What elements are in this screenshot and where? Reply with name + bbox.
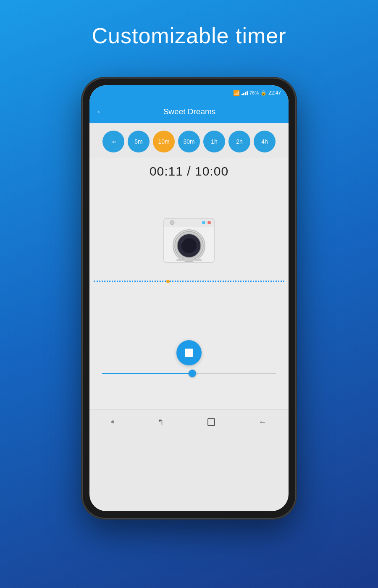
timer-separator: /: [183, 164, 195, 178]
chip-5m[interactable]: 5m: [128, 131, 150, 152]
timer-current: 00:11: [150, 164, 183, 178]
timer-chips-row: ∞ 5m 10m 30m 1h 2h 4h: [89, 123, 289, 158]
page-background: Customizable timer 📶 76% 🔒 22:47: [0, 0, 378, 588]
nav-recent-button[interactable]: ↱: [158, 417, 164, 427]
volume-slider-thumb[interactable]: [189, 370, 196, 377]
chip-4h[interactable]: 4h: [254, 131, 276, 152]
progress-divider: [89, 279, 289, 283]
sound-image-container: [160, 212, 218, 267]
volume-slider-fill: [102, 373, 192, 374]
svg-point-4: [207, 221, 211, 224]
back-button[interactable]: ←: [96, 106, 105, 117]
svg-point-3: [202, 221, 205, 224]
wifi-icon: 📶: [233, 90, 240, 96]
washer-machine-icon: [160, 212, 218, 267]
timer-display: 00:11 / 10:00: [89, 158, 289, 183]
volume-slider-track[interactable]: [102, 373, 276, 374]
chip-10m[interactable]: 10m: [153, 131, 175, 152]
nav-back-button[interactable]: ←: [258, 417, 267, 427]
nav-home-button[interactable]: [207, 418, 215, 426]
signal-icon: [242, 90, 248, 95]
battery-text: 76%: [249, 90, 259, 95]
status-icons: 📶 76% 🔒 22:47: [233, 90, 281, 96]
stop-button-container: [89, 326, 289, 373]
page-title: Customizable timer: [0, 0, 378, 65]
stop-button[interactable]: [176, 340, 202, 365]
chip-infinity[interactable]: ∞: [102, 131, 124, 152]
phone-screen: 📶 76% 🔒 22:47 ← Sweet Dreams: [89, 85, 289, 511]
phone-shell: 📶 76% 🔒 22:47 ← Sweet Dreams: [82, 78, 296, 519]
battery-icon: 🔒: [260, 90, 267, 96]
navigation-bar: ↱ ←: [89, 410, 289, 434]
app-bar: ← Sweet Dreams: [89, 100, 289, 123]
main-content: [89, 183, 289, 326]
lower-content: [89, 326, 289, 410]
svg-rect-11: [176, 259, 202, 261]
chip-30m[interactable]: 30m: [178, 131, 200, 152]
chip-1h[interactable]: 1h: [203, 131, 225, 152]
timer-total: 10:00: [195, 164, 228, 178]
chip-2h[interactable]: 2h: [228, 131, 250, 152]
volume-slider-container: [89, 373, 289, 374]
status-bar: 📶 76% 🔒 22:47: [89, 85, 289, 100]
app-bar-title: Sweet Dreams: [112, 107, 267, 116]
clock-text: 22:47: [268, 90, 281, 96]
svg-point-5: [170, 220, 174, 225]
nav-dot-icon: [111, 420, 114, 423]
dotted-line: [94, 281, 284, 282]
svg-point-10: [181, 238, 197, 253]
stop-icon: [185, 349, 193, 357]
